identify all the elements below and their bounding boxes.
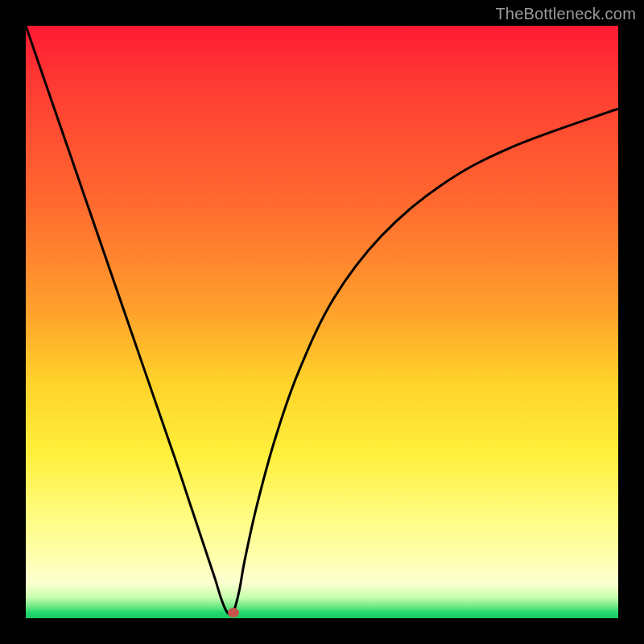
bottleneck-curve-svg — [26, 26, 618, 618]
attribution-text: TheBottleneck.com — [495, 5, 636, 23]
plot-area — [26, 26, 618, 618]
bottleneck-curve-path — [26, 26, 618, 615]
optimal-point-marker — [228, 608, 239, 617]
chart-frame: TheBottleneck.com — [0, 0, 644, 644]
